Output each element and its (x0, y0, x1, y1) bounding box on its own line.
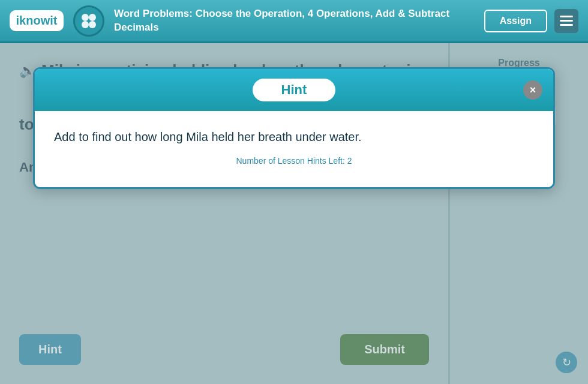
activity-icon (73, 5, 104, 37)
svg-point-3 (89, 21, 96, 28)
hint-modal: Hint × Add to find out how long Mila hel… (33, 67, 555, 189)
hint-modal-title: Hint (253, 79, 336, 101)
hint-modal-header: Hint × (35, 69, 553, 111)
hint-modal-footer: Number of Lesson Hints Left: 2 (54, 156, 534, 175)
header: iknowit Word Problems: Choose the Operat… (0, 0, 588, 43)
logo-text: iknowit (16, 14, 58, 28)
logo: iknowit (10, 10, 64, 31)
svg-point-1 (89, 14, 96, 21)
assign-button[interactable]: Assign (484, 10, 547, 32)
hint-modal-body: Add to find out how long Mila held her b… (35, 111, 553, 187)
svg-point-0 (82, 14, 89, 21)
header-actions: Assign (484, 9, 578, 33)
hint-modal-close-button[interactable]: × (523, 80, 542, 100)
hamburger-line-2 (560, 20, 573, 22)
hint-modal-overlay: Hint × Add to find out how long Mila hel… (0, 43, 588, 384)
hint-modal-text: Add to find out how long Mila held her b… (54, 130, 534, 144)
lesson-title: Word Problems: Choose the Operation, 4 O… (114, 7, 475, 34)
hamburger-line-3 (560, 24, 573, 26)
menu-button[interactable] (554, 9, 578, 33)
hamburger-line-1 (560, 16, 573, 17)
svg-point-2 (82, 21, 89, 28)
